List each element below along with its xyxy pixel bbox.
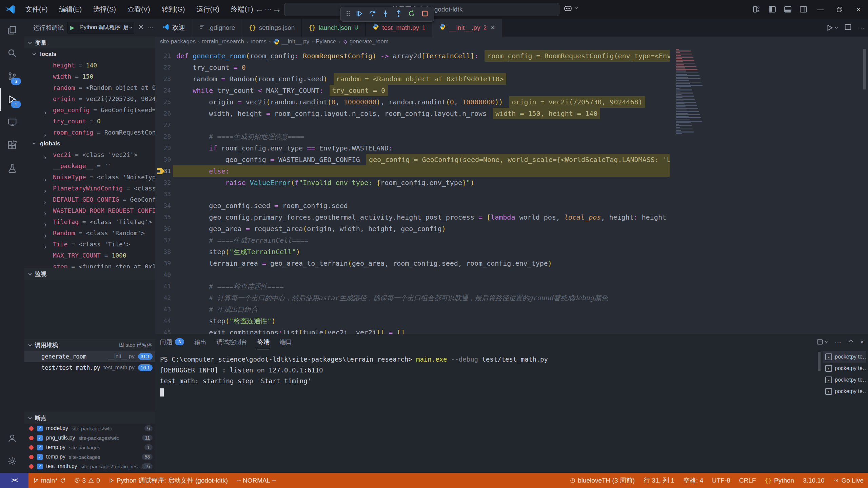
- stop-button[interactable]: [421, 9, 429, 19]
- settings-gear-icon[interactable]: [0, 450, 24, 473]
- menu-item-2[interactable]: 选择(S): [87, 0, 122, 19]
- activity-explorer[interactable]: [0, 19, 24, 42]
- breakpoint-temp.py[interactable]: ✓temp.pysite-packages1: [24, 443, 155, 452]
- step-over-button[interactable]: [369, 9, 377, 19]
- breakpoint-temp.py[interactable]: ✓temp.pysite-packages58: [24, 452, 155, 462]
- menu-item-1[interactable]: 编辑(E): [54, 0, 88, 19]
- variable-__package__[interactable]: __package__ = '': [24, 160, 155, 171]
- status-go-live[interactable]: Go Live: [829, 473, 868, 488]
- restart-button[interactable]: [408, 9, 416, 19]
- terminal-instance[interactable]: ▸pocketpy te…: [823, 351, 866, 363]
- panel-tab-问题[interactable]: 问题3: [160, 334, 184, 349]
- forward-icon[interactable]: →: [273, 4, 281, 15]
- toggle-sidebar-icon[interactable]: [764, 0, 780, 19]
- breadcrumb-item[interactable]: rooms: [251, 38, 267, 45]
- more-actions-icon[interactable]: ···: [148, 25, 153, 31]
- scope-locals[interactable]: locals: [24, 48, 155, 60]
- status-blame[interactable]: blueloveTH (3 周前): [566, 473, 639, 488]
- terminal-scrollbar[interactable]: [818, 352, 821, 371]
- account-icon[interactable]: [0, 427, 24, 450]
- terminal-output[interactable]: PS C:\computer_science\godot-ldtk\site-p…: [160, 354, 821, 397]
- section-variables[interactable]: 变量: [24, 37, 155, 48]
- more-actions-icon[interactable]: ···: [835, 338, 841, 346]
- tab--[interactable]: 欢迎: [155, 19, 192, 37]
- close-tab-icon[interactable]: ×: [491, 24, 495, 32]
- breadcrumb-item[interactable]: Pylance: [316, 38, 336, 45]
- debug-config-dropdown[interactable]: ▶ Python 调试程序: 启: [67, 22, 134, 34]
- status-language-mode[interactable]: {}Python: [760, 473, 798, 488]
- activity-search[interactable]: [0, 42, 24, 65]
- maximize-panel-icon[interactable]: [848, 338, 853, 346]
- breakpoint-checkbox[interactable]: ✓: [37, 464, 43, 469]
- minimize-button[interactable]: —: [811, 0, 830, 19]
- status-problems[interactable]: 30: [70, 473, 104, 488]
- split-editor-icon[interactable]: [844, 23, 852, 32]
- scope-globals[interactable]: globals: [24, 138, 155, 149]
- variable-geo_config[interactable]: geo_config = GeoConfig(seed=None, wor…: [24, 104, 155, 116]
- editor-scrollbar[interactable]: [863, 49, 866, 89]
- close-window-button[interactable]: ×: [849, 0, 868, 19]
- breakpoint-checkbox[interactable]: ✓: [37, 454, 43, 460]
- activity-remote-explorer[interactable]: [0, 111, 24, 134]
- menu-item-3[interactable]: 查看(V): [122, 0, 156, 19]
- variable-origin[interactable]: origin = vec2i(7205730, 9024468): [24, 93, 155, 104]
- variable-room_config[interactable]: room_config = RoomRequestConfig(env_t…: [24, 127, 155, 138]
- panel-tab-终端[interactable]: 终端: [257, 334, 270, 349]
- stack-frame-test-test_math-py[interactable]: test/test_math.pytest_math.py16:1: [24, 362, 155, 373]
- terminal-instance[interactable]: ▸pocketpy te…: [823, 386, 866, 397]
- breakpoint-model.py[interactable]: ✓model.pysite-packages\wfc6: [24, 424, 155, 433]
- breakpoint-test_math.py[interactable]: ✓test_math.pysite-packages\terrain_res…1…: [24, 462, 155, 471]
- status-remote-indicator[interactable]: ><: [0, 473, 28, 488]
- variable-vec2i[interactable]: vec2i = <class 'vec2i'>: [24, 149, 155, 160]
- breadcrumb-item[interactable]: terrain_research: [202, 38, 244, 45]
- customize-layout-icon[interactable]: [749, 0, 764, 19]
- variable-Tile[interactable]: Tile = <class 'Tile'>: [24, 239, 155, 250]
- terminal-instance[interactable]: ▸pocketpy te…: [823, 374, 866, 386]
- activity-run-debug[interactable]: 1: [0, 88, 24, 111]
- variable-NoiseType[interactable]: NoiseType = <class 'NoiseType'>: [24, 171, 155, 183]
- breakpoint-png_utils.py[interactable]: ✓png_utils.pysite-packages\wfc11: [24, 433, 155, 443]
- debug-settings-gear-icon[interactable]: [138, 24, 144, 32]
- activity-source-control[interactable]: 3: [0, 65, 24, 88]
- status-python-version[interactable]: 3.10.10: [798, 473, 829, 488]
- section-watch[interactable]: 监视: [24, 268, 155, 280]
- menu-item-0[interactable]: 文件(F): [20, 0, 54, 19]
- start-debug-icon[interactable]: ▶: [67, 24, 77, 31]
- menu-item-6[interactable]: 终端(T): [225, 0, 259, 19]
- run-python-file-button[interactable]: [826, 24, 838, 32]
- drag-handle[interactable]: [346, 10, 351, 18]
- breadcrumb-item[interactable]: generate_room: [343, 38, 389, 45]
- variable-MAX_TRY_COUNT[interactable]: MAX_TRY_COUNT = 1000: [24, 250, 155, 261]
- terminal-instance[interactable]: ▸pocketpy te…: [823, 363, 866, 374]
- close-panel-icon[interactable]: ×: [860, 338, 864, 346]
- status-git-branch[interactable]: main*: [28, 473, 70, 488]
- panel-tab-调试控制台[interactable]: 调试控制台: [217, 334, 247, 349]
- step-into-button[interactable]: [381, 9, 390, 19]
- continue-button[interactable]: [355, 9, 363, 19]
- variable-width[interactable]: width = 150: [24, 71, 155, 82]
- variable-height[interactable]: height = 140: [24, 60, 155, 71]
- variable-DEFAULT_GEO_CONFIG[interactable]: DEFAULT_GEO_CONFIG = GeoConfig(seed=1…: [24, 194, 155, 205]
- breadcrumb-item[interactable]: site-packages: [160, 38, 196, 45]
- menu-item-4[interactable]: 转到(G): [156, 0, 191, 19]
- tab-.gdignore[interactable]: .gdignore: [192, 19, 242, 37]
- minimap[interactable]: [674, 47, 704, 334]
- section-callstack[interactable]: 调用堆栈因 step 已暂停: [24, 339, 155, 351]
- step-out-button[interactable]: [395, 9, 403, 19]
- status-encoding[interactable]: UTF-8: [708, 473, 735, 488]
- variable-WASTELAND_ROOM_REQUEST_CONFIG[interactable]: WASTELAND_ROOM_REQUEST_CONFIG = RoomR…: [24, 205, 155, 216]
- back-icon[interactable]: ←: [255, 4, 264, 15]
- status-eol[interactable]: CRLF: [735, 473, 761, 488]
- restore-button[interactable]: [830, 0, 849, 19]
- status-indentation[interactable]: 空格: 4: [679, 473, 708, 488]
- status-debug-session[interactable]: Python 调试程序: 启动文件 (godot-ldtk): [104, 473, 232, 488]
- menu-item-5[interactable]: 运行(R): [191, 0, 225, 19]
- variable-Random[interactable]: Random = <class 'Random'>: [24, 227, 155, 239]
- terminal-views-icon[interactable]: [816, 339, 828, 345]
- breakpoint-checkbox[interactable]: ✓: [37, 426, 43, 431]
- breakpoint-checkbox[interactable]: ✓: [37, 445, 43, 450]
- stack-frame-generate_room[interactable]: generate_room__init__.py31:1: [24, 351, 155, 362]
- copilot-button[interactable]: [564, 4, 578, 13]
- activity-extensions[interactable]: [0, 134, 24, 157]
- panel-tab-输出[interactable]: 输出: [194, 334, 206, 349]
